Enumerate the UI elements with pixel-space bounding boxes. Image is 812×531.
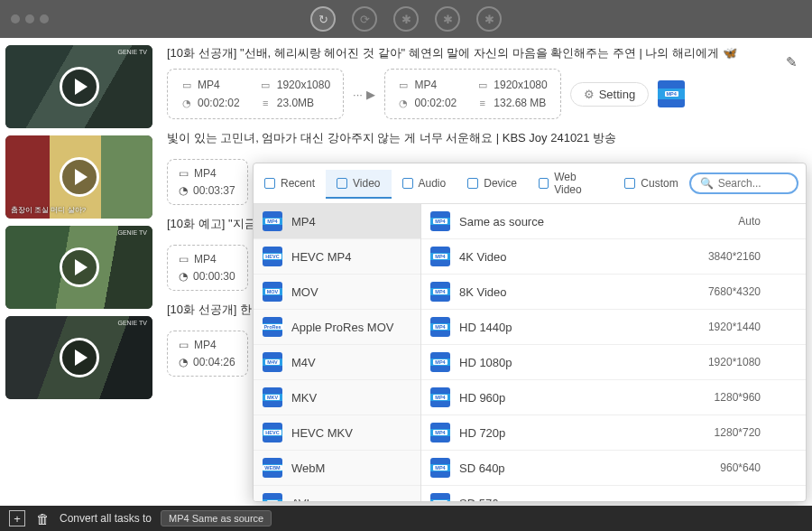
tab-web-video[interactable]: Web Video [528, 163, 614, 203]
format-family-row[interactable]: HEVCHEVC MKV [254, 415, 420, 451]
format-badge-icon: MP4 [430, 211, 450, 231]
format-family-label: HEVC MP4 [291, 250, 351, 264]
format-preset-resolution: 1280*960 [715, 391, 761, 404]
format-preset-row[interactable]: MP4HD 1440p1920*1440 [421, 310, 806, 345]
format-preset-resolution: 7680*4320 [708, 285, 761, 298]
tab-video[interactable]: Video [326, 170, 391, 199]
resolution-icon: ▭ [476, 79, 488, 91]
format-badge-icon: MKV [263, 387, 282, 407]
format-preset-label: SD 576p [459, 497, 505, 502]
format-badge-icon: MP4 [430, 493, 450, 501]
video-thumbnail[interactable]: 춤장이 조실 머디 살아? [5, 135, 152, 219]
reel-mode-icon[interactable]: ✱ [393, 6, 419, 32]
custom-icon [624, 178, 635, 189]
search-icon: 🔍 [700, 177, 714, 190]
reel-mode-icon-3[interactable]: ✱ [476, 6, 502, 32]
convert-all-format-selector[interactable]: MP4 Same as source [161, 510, 272, 526]
device-icon [467, 178, 478, 189]
format-family-row[interactable]: MKVMKV [254, 380, 420, 415]
format-preset-row[interactable]: MP4HD 720p1280*720 [421, 415, 806, 451]
format-preset-resolution: 1920*1080 [708, 356, 761, 368]
close-window-icon[interactable] [11, 14, 20, 23]
format-badge-icon: ProRes [263, 317, 282, 337]
format-badge-icon: MP4 [430, 458, 450, 478]
output-format-badge[interactable]: MP4 [658, 80, 685, 107]
video-thumbnail[interactable]: GENIE TV [5, 226, 152, 309]
format-preset-resolution: 1280*720 [715, 426, 761, 439]
source-spec-box: ▭MP4 ◔00:00:30 [167, 245, 248, 291]
format-preset-row[interactable]: MP4HD 960p1280*960 [421, 380, 806, 415]
edit-title-icon[interactable]: ✎ [786, 54, 798, 70]
format-badge-icon: MP4 [430, 317, 450, 337]
format-family-list[interactable]: MP4MP4HEVCHEVC MP4MOVMOVProResApple ProR… [254, 204, 421, 501]
add-task-button[interactable]: + [9, 510, 25, 526]
format-preset-row[interactable]: MP4Same as sourceAuto [421, 204, 806, 239]
format-badge-icon: WEBM [263, 458, 282, 478]
play-icon[interactable] [60, 338, 99, 377]
video-thumbnail[interactable]: GENIE TV [5, 316, 152, 399]
format-family-row[interactable]: MP4MP4 [254, 204, 420, 239]
format-preset-row[interactable]: MP4SD 576p [421, 486, 806, 501]
format-preset-row[interactable]: MP4SD 640p960*640 [421, 451, 806, 486]
play-icon[interactable] [60, 67, 99, 107]
format-family-row[interactable]: AVIAVI [254, 486, 420, 501]
format-badge-icon: MP4 [430, 282, 450, 302]
format-family-row[interactable]: WEBMWebM [254, 451, 420, 486]
video-icon [337, 178, 347, 189]
task-item: [10화 선공개] "선배, 헤리씨랑 헤어진 것 같아" 혜연의 말에 자신의… [167, 45, 803, 119]
play-icon[interactable] [60, 247, 99, 287]
video-thumbnail[interactable]: GENIE TV [5, 45, 152, 128]
format-icon: ▭ [180, 79, 192, 91]
clock-icon: ◔ [398, 98, 410, 109]
delete-task-button[interactable]: 🗑 [34, 510, 51, 526]
format-family-label: MOV [291, 285, 318, 299]
format-badge-icon: HEVC [263, 423, 282, 442]
zoom-window-icon[interactable] [40, 14, 49, 23]
disk-icon: ≡ [476, 98, 488, 109]
format-badge-icon: AVI [263, 493, 282, 501]
task-title: [10화 선공개] "선배, 헤리씨랑 헤어진 것 같아" 혜연의 말에 자신의… [167, 45, 803, 61]
format-preset-list[interactable]: MP4Same as sourceAutoMP44K Video3840*216… [421, 204, 806, 501]
tab-custom[interactable]: Custom [614, 170, 688, 197]
format-preset-row[interactable]: MP44K Video3840*2160 [421, 239, 806, 275]
source-spec-box: ▭MP4 ◔00:03:37 [167, 159, 248, 205]
format-search[interactable]: 🔍 [689, 172, 798, 194]
search-input[interactable] [718, 177, 788, 190]
format-preset-row[interactable]: MP48K Video7680*4320 [421, 275, 806, 310]
thumbnail-column: GENIE TV 춤장이 조실 머디 살아? GENIE TV GENIE TV [0, 38, 158, 506]
format-preset-row[interactable]: MP4HD 1080p1920*1080 [421, 345, 806, 380]
tab-device[interactable]: Device [457, 170, 528, 197]
audio-icon [402, 178, 413, 189]
format-family-label: AVI [291, 497, 309, 502]
titlebar: ↻ ⟳ ✱ ✱ ✱ [0, 0, 812, 38]
format-family-label: HEVC MKV [291, 426, 353, 440]
thumb-brand: GENIE TV [117, 49, 147, 55]
source-spec-box: ▭MP4 ◔00:04:26 [167, 331, 248, 377]
arrow-icon: ··· ▶ [353, 88, 374, 101]
task-title: 빛이 있는 고민녀, 엄마가 대신 강아주지 않는 게 너무 서운해요 | KB… [167, 130, 803, 146]
format-badge-icon: MP4 [430, 387, 450, 407]
dropdown-tabs: Recent Video Audio Device Web Video Cust… [254, 163, 806, 204]
format-dropdown-panel: Recent Video Audio Device Web Video Cust… [253, 163, 807, 502]
format-preset-label: HD 1080p [459, 356, 512, 369]
setting-button[interactable]: ⚙Setting [570, 82, 649, 107]
format-family-row[interactable]: MOVMOV [254, 275, 420, 310]
tab-audio[interactable]: Audio [392, 170, 457, 197]
play-icon[interactable] [60, 157, 99, 197]
minimize-window-icon[interactable] [25, 14, 34, 23]
bottom-bar: + 🗑 Convert all tasks to MP4 Same as sou… [0, 506, 812, 531]
source-spec-box: ▭MP4 ▭1920x1080 ◔00:02:02 ≡23.0MB [167, 69, 344, 119]
thumb-caption: 춤장이 조실 머디 살아? [11, 205, 86, 215]
format-family-label: M4V [291, 356, 316, 369]
recent-icon [264, 178, 275, 189]
tab-recent[interactable]: Recent [254, 170, 326, 197]
format-badge-icon: MP4 [430, 423, 450, 442]
download-mode-icon[interactable]: ⟳ [352, 6, 377, 32]
format-family-row[interactable]: HEVCHEVC MP4 [254, 239, 420, 275]
format-family-row[interactable]: ProResApple ProRes MOV [254, 310, 420, 345]
reel-mode-icon-2[interactable]: ✱ [435, 6, 460, 32]
format-family-row[interactable]: M4VM4V [254, 345, 420, 380]
format-badge-icon: M4V [263, 352, 282, 372]
convert-mode-icon[interactable]: ↻ [310, 6, 336, 32]
target-spec-box: ▭MP4 ▭1920x1080 ◔00:02:02 ≡132.68 MB [384, 69, 561, 119]
